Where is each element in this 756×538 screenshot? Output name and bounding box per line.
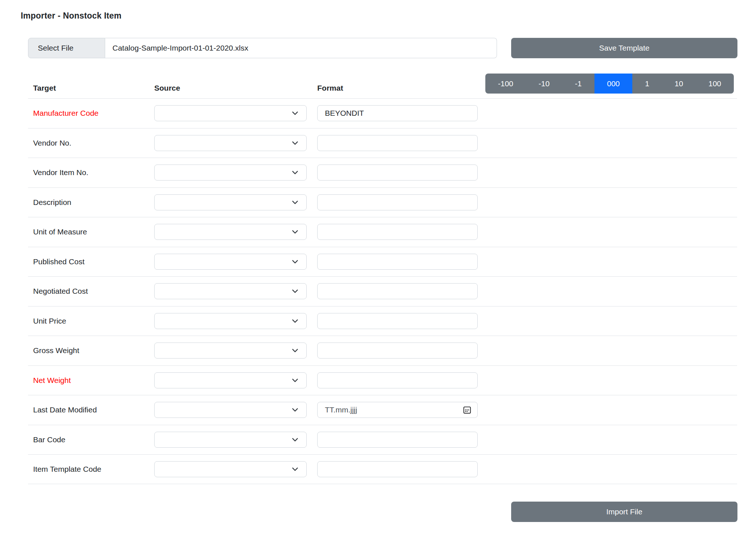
table-row: Unit Price (28, 306, 737, 336)
table-row: Description (28, 187, 737, 217)
target-label: Item Template Code (33, 465, 102, 473)
table-row: Last Date Modified (28, 395, 737, 425)
stepper-button[interactable]: 10 (662, 74, 696, 94)
target-label: Gross Weight (33, 346, 79, 355)
decimal-stepper-group: -100-10-1000110100 (485, 74, 734, 94)
chevron-down-icon (291, 347, 299, 355)
source-select[interactable] (154, 194, 307, 210)
chevron-down-icon (291, 198, 299, 206)
target-cell: Negotiated Cost (28, 287, 154, 296)
target-label: Description (33, 198, 71, 206)
format-input[interactable] (317, 402, 478, 418)
target-cell: Manufacturer Code (28, 109, 154, 118)
format-input[interactable] (317, 343, 478, 359)
chevron-down-icon (291, 376, 299, 384)
column-header-target: Target (33, 84, 56, 92)
format-input[interactable] (317, 254, 478, 270)
chevron-down-icon (291, 287, 299, 295)
format-cell (317, 461, 478, 477)
format-input[interactable] (317, 105, 478, 121)
table-row: Manufacturer Code (28, 98, 737, 128)
target-cell: Last Date Modified (28, 406, 154, 414)
format-cell (317, 372, 478, 388)
source-select[interactable] (154, 343, 307, 359)
source-select[interactable] (154, 313, 307, 329)
source-select[interactable] (154, 135, 307, 151)
target-label: Unit of Measure (33, 228, 87, 236)
target-cell: Item Template Code (28, 465, 154, 474)
file-name-input[interactable] (105, 38, 497, 58)
column-header-source: Source (154, 84, 180, 92)
format-cell (317, 135, 478, 151)
chevron-down-icon (291, 436, 299, 444)
format-cell (317, 432, 478, 448)
stepper-button[interactable]: 1 (632, 74, 662, 94)
stepper-button[interactable]: 000 (594, 74, 633, 94)
chevron-down-icon (291, 317, 299, 325)
source-select[interactable] (154, 254, 307, 270)
target-cell: Vendor Item No. (28, 168, 154, 177)
format-input[interactable] (317, 313, 478, 329)
chevron-down-icon (291, 406, 299, 414)
table-row: Vendor Item No. (28, 158, 737, 187)
stepper-button[interactable]: -100 (485, 74, 526, 94)
import-file-button[interactable]: Import File (511, 502, 737, 522)
source-select[interactable] (154, 461, 307, 477)
table-row: Net Weight (28, 365, 737, 395)
format-input[interactable] (317, 194, 478, 210)
target-label: Negotiated Cost (33, 287, 88, 295)
target-cell: Gross Weight (28, 346, 154, 355)
save-template-button[interactable]: Save Template (511, 38, 737, 58)
format-input[interactable] (317, 461, 478, 477)
format-cell (317, 105, 478, 121)
target-cell: Description (28, 198, 154, 207)
target-label: Manufacturer Code (33, 109, 99, 117)
source-select[interactable] (154, 283, 307, 299)
source-select[interactable] (154, 224, 307, 240)
format-input[interactable] (317, 432, 478, 448)
source-select[interactable] (154, 432, 307, 448)
stepper-button[interactable]: -10 (526, 74, 562, 94)
format-input[interactable] (317, 165, 478, 181)
table-row: Unit of Measure (28, 217, 737, 247)
chevron-down-icon (291, 228, 299, 236)
chevron-down-icon (291, 258, 299, 266)
target-cell: Unit Price (28, 317, 154, 325)
calendar-icon[interactable] (462, 405, 472, 415)
target-cell: Published Cost (28, 257, 154, 266)
mapping-table: Manufacturer Code (28, 98, 737, 484)
table-row: Bar Code (28, 425, 737, 455)
format-cell (317, 194, 478, 210)
target-label: Vendor No. (33, 139, 71, 147)
target-label: Net Weight (33, 376, 71, 384)
table-row: Item Template Code (28, 454, 737, 484)
source-select[interactable] (154, 165, 307, 181)
format-cell (317, 343, 478, 359)
table-row: Vendor No. (28, 128, 737, 158)
table-row: Negotiated Cost (28, 276, 737, 306)
format-input[interactable] (317, 224, 478, 240)
source-select[interactable] (154, 105, 307, 121)
stepper-button[interactable]: -1 (562, 74, 594, 94)
page-title: Importer - Nonstock Item (21, 11, 122, 21)
chevron-down-icon (291, 169, 299, 177)
format-input[interactable] (317, 283, 478, 299)
select-file-button[interactable]: Select File (28, 38, 105, 58)
file-picker-group: Select File (28, 38, 497, 58)
target-label: Published Cost (33, 257, 84, 266)
chevron-down-icon (291, 465, 299, 473)
target-label: Bar Code (33, 435, 65, 444)
chevron-down-icon (291, 109, 299, 117)
source-select[interactable] (154, 372, 307, 388)
format-input[interactable] (317, 135, 478, 151)
format-input[interactable] (317, 372, 478, 388)
target-cell: Net Weight (28, 376, 154, 385)
format-cell (317, 224, 478, 240)
column-header-format: Format (317, 84, 343, 92)
table-row: Gross Weight (28, 336, 737, 365)
source-select[interactable] (154, 402, 307, 418)
target-cell: Bar Code (28, 435, 154, 444)
stepper-button[interactable]: 100 (696, 74, 734, 94)
target-cell: Vendor No. (28, 139, 154, 147)
format-cell (317, 313, 478, 329)
